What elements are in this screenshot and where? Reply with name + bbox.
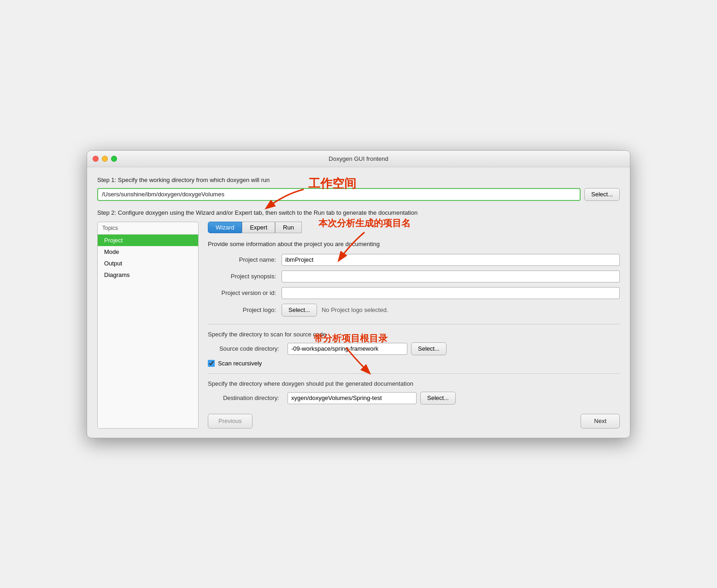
- project-name-row: Project name:: [208, 254, 620, 266]
- bottom-buttons: Previous Next: [208, 414, 620, 429]
- project-version-input[interactable]: [282, 287, 620, 299]
- previous-button[interactable]: Previous: [208, 414, 253, 429]
- source-section-desc: Specify the directory to scan for source…: [208, 331, 620, 338]
- source-dir-input[interactable]: [288, 343, 407, 355]
- topics-header: Topics: [98, 222, 198, 235]
- project-version-label: Project version or id:: [208, 289, 282, 296]
- titlebar: Doxygen GUI frontend: [87, 151, 630, 167]
- traffic-lights: [93, 156, 117, 162]
- project-name-label: Project name:: [208, 256, 282, 263]
- project-version-row: Project version or id:: [208, 287, 620, 299]
- main-area: Topics Project Mode Output Diagrams Wiza…: [97, 222, 620, 429]
- working-dir-row: Select...: [97, 188, 620, 201]
- close-button[interactable]: [93, 156, 99, 162]
- scan-recursive-label: Scan recursively: [218, 360, 262, 367]
- project-logo-row: Project logo: Select... No Project logo …: [208, 304, 620, 317]
- content-area: Step 1: Specify the working directory fr…: [87, 167, 630, 438]
- step1-label: Step 1: Specify the working directory fr…: [97, 176, 620, 183]
- source-dir-label: Source code directory:: [208, 345, 284, 352]
- sidebar-item-project[interactable]: Project: [98, 235, 198, 246]
- divider-1: [208, 324, 620, 324]
- tab-run[interactable]: Run: [275, 222, 302, 233]
- dest-dir-select-button[interactable]: Select...: [420, 392, 456, 405]
- sidebar-item-mode[interactable]: Mode: [98, 246, 198, 258]
- dest-dir-input[interactable]: [288, 392, 417, 404]
- project-logo-label: Project logo:: [208, 306, 282, 313]
- right-panel: Wizard Expert Run 本次分析生成的项目名: [199, 222, 620, 429]
- dest-section-desc: Specify the directory where doxygen shou…: [208, 380, 620, 387]
- tab-expert[interactable]: Expert: [242, 222, 275, 233]
- sidebar-item-diagrams[interactable]: Diagrams: [98, 269, 198, 281]
- working-dir-input[interactable]: [97, 188, 581, 201]
- source-dir-select-button[interactable]: Select...: [411, 342, 447, 355]
- main-window: Doxygen GUI frontend Step 1: Specify the…: [87, 150, 630, 438]
- scan-recursive-row: Scan recursively: [208, 360, 620, 367]
- sidebar: Topics Project Mode Output Diagrams: [97, 222, 199, 429]
- project-name-input[interactable]: [282, 254, 620, 266]
- scan-recursive-checkbox[interactable]: [208, 360, 215, 367]
- project-logo-select-button[interactable]: Select...: [282, 304, 317, 317]
- dest-dir-row: Destination directory: Select...: [208, 392, 620, 405]
- window-title: Doxygen GUI frontend: [329, 155, 388, 162]
- annotation-projectname: 本次分析生成的项目名: [318, 218, 411, 228]
- working-dir-select-button[interactable]: Select...: [584, 188, 620, 201]
- project-logo-none-text: No Project logo selected.: [322, 306, 388, 313]
- source-dir-row: Source code directory: Select...: [208, 342, 620, 355]
- step2-label: Step 2: Configure doxygen using the Wiza…: [97, 209, 620, 216]
- divider-2: [208, 373, 620, 374]
- zoom-button[interactable]: [111, 156, 117, 162]
- next-button[interactable]: Next: [581, 414, 620, 429]
- dest-dir-label: Destination directory:: [208, 394, 284, 401]
- project-section-desc: Provide some information about the proje…: [208, 241, 620, 247]
- tab-wizard[interactable]: Wizard: [208, 222, 242, 233]
- tabs-row: Wizard Expert Run 本次分析生成的项目名: [208, 222, 620, 233]
- project-synopsis-label: Project synopsis:: [208, 273, 282, 280]
- project-synopsis-row: Project synopsis:: [208, 270, 620, 282]
- sidebar-item-output[interactable]: Output: [98, 258, 198, 269]
- project-synopsis-input[interactable]: [282, 270, 620, 282]
- minimize-button[interactable]: [102, 156, 108, 162]
